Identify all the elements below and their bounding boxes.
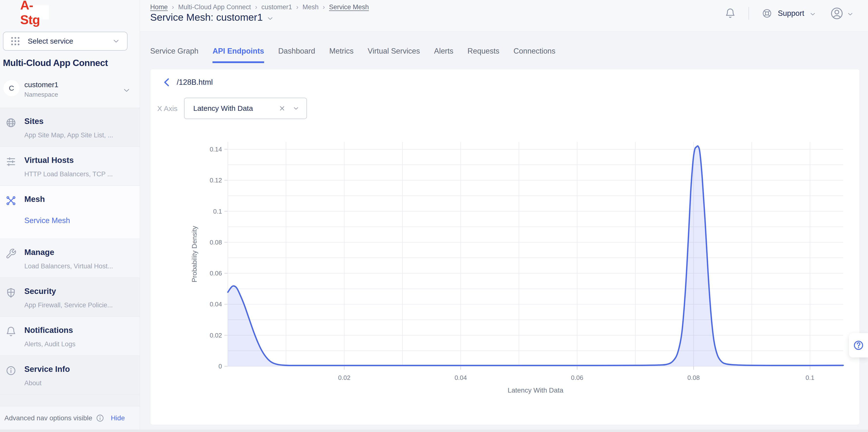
avatar-icon bbox=[830, 6, 844, 20]
x-tick-labels: 0.020.040.060.080.1 bbox=[338, 374, 814, 381]
svg-text:0.02: 0.02 bbox=[338, 374, 350, 381]
breadcrumb: Home›Multi-Cloud App Connect›customer1›M… bbox=[150, 3, 369, 11]
virtual-hosts-icon bbox=[5, 156, 17, 167]
chevron-down-icon bbox=[112, 37, 120, 45]
tab-dashboard[interactable]: Dashboard bbox=[278, 47, 315, 61]
sidebar-item-subtitle: Load Balancers, Virtual Host... bbox=[24, 262, 136, 270]
sidebar-footer: Advanced nav options visible Hide bbox=[0, 406, 140, 430]
sidebar-item-mesh[interactable]: MeshService Mesh bbox=[0, 185, 140, 239]
sidebar-item-subtitle: HTTP Load Balancers, TCP ... bbox=[24, 170, 136, 178]
chevron-down-icon bbox=[809, 10, 816, 18]
y-axis-title: Probability Density bbox=[191, 226, 198, 283]
svg-text:0.04: 0.04 bbox=[455, 374, 467, 381]
tab-connections[interactable]: Connections bbox=[514, 47, 555, 61]
sidebar-items: SitesApp Site Map, App Site List, ...Vir… bbox=[0, 108, 140, 395]
tab-service-graph[interactable]: Service Graph bbox=[150, 47, 198, 61]
help-button[interactable] bbox=[849, 333, 868, 357]
service-info-icon bbox=[5, 365, 17, 376]
tick-marks bbox=[224, 149, 810, 370]
breadcrumb-item-service-mesh[interactable]: Service Mesh bbox=[329, 3, 369, 11]
sidebar-item-security[interactable]: SecurityApp Firewall, Service Policie... bbox=[0, 278, 140, 317]
svg-text:0.14: 0.14 bbox=[210, 146, 222, 153]
sidebar-item-label: Sites bbox=[24, 117, 136, 126]
breadcrumb-item-multi-cloud-app-connect[interactable]: Multi-Cloud App Connect bbox=[178, 3, 251, 11]
tab-bar: Service GraphAPI EndpointsDashboardMetri… bbox=[150, 47, 555, 63]
topbar: Home›Multi-Cloud App Connect›customer1›M… bbox=[140, 0, 868, 32]
mesh-icon bbox=[5, 195, 17, 206]
breadcrumb-item-home[interactable]: Home bbox=[150, 3, 168, 11]
logo[interactable]: A-Stg bbox=[20, 5, 49, 20]
support-menu[interactable]: Support bbox=[762, 8, 816, 19]
sites-icon bbox=[5, 117, 17, 128]
grid-icon bbox=[10, 35, 21, 47]
notifications-bell-icon[interactable] bbox=[725, 8, 736, 19]
y-tick-labels: 00.020.040.060.080.10.120.14 bbox=[210, 146, 222, 370]
svg-text:0: 0 bbox=[219, 363, 222, 370]
namespace-label: Namespace bbox=[24, 91, 58, 98]
namespace-name: customer1 bbox=[24, 81, 58, 89]
sidebar-item-subtitle: Alerts, Audit Logs bbox=[24, 340, 136, 348]
notifications-icon bbox=[5, 326, 17, 337]
sidebar-item-service-info[interactable]: Service InfoAbout bbox=[0, 355, 140, 395]
tab-api-endpoints[interactable]: API Endpoints bbox=[213, 47, 264, 63]
area-fill bbox=[228, 146, 843, 366]
tab-alerts[interactable]: Alerts bbox=[434, 47, 453, 61]
svg-text:0.08: 0.08 bbox=[210, 239, 222, 246]
support-label: Support bbox=[778, 9, 804, 18]
density-curve bbox=[228, 146, 843, 366]
chevron-down-icon bbox=[846, 10, 854, 18]
x-axis-title: Latency With Data bbox=[508, 386, 563, 394]
chevron-down-icon bbox=[122, 86, 131, 95]
manage-icon bbox=[5, 248, 17, 259]
sidebar-item-manage[interactable]: ManageLoad Balancers, Virtual Host... bbox=[0, 239, 140, 278]
sidebar-item-virtual-hosts[interactable]: Virtual HostsHTTP Load Balancers, TCP ..… bbox=[0, 147, 140, 185]
sidebar-item-notifications[interactable]: NotificationsAlerts, Audit Logs bbox=[0, 317, 140, 355]
sidebar-item-label: Virtual Hosts bbox=[24, 156, 136, 165]
sidebar-item-sites[interactable]: SitesApp Site Map, App Site List, ... bbox=[0, 108, 140, 147]
endpoint-panel: /128B.html X Axis Latency With Data 0.02… bbox=[150, 69, 860, 425]
sidebar-item-label: Manage bbox=[24, 248, 136, 257]
topbar-actions: Support bbox=[725, 0, 854, 27]
breadcrumb-item-customer1[interactable]: customer1 bbox=[261, 3, 292, 11]
svg-text:0.02: 0.02 bbox=[210, 332, 222, 339]
info-icon bbox=[96, 414, 104, 423]
advanced-nav-text: Advanced nav options visible bbox=[4, 414, 92, 422]
sidebar-item-subtitle: App Site Map, App Site List, ... bbox=[24, 132, 136, 139]
sidebar-item-label: Security bbox=[24, 287, 136, 296]
account-menu[interactable] bbox=[830, 6, 854, 20]
logo-text: A-Stg bbox=[20, 0, 49, 27]
help-icon bbox=[853, 340, 864, 351]
sidebar-subitem-service-mesh[interactable]: Service Mesh bbox=[24, 216, 136, 225]
page-title: Service Mesh: customer1 bbox=[150, 12, 263, 23]
sidebar-item-label: Notifications bbox=[24, 326, 136, 335]
density-chart: 0.020.040.060.080.100.020.040.060.080.10… bbox=[150, 69, 860, 425]
sidebar-item-label: Service Info bbox=[24, 365, 136, 374]
hide-link[interactable]: Hide bbox=[111, 414, 125, 422]
tab-virtual-services[interactable]: Virtual Services bbox=[368, 47, 420, 61]
breadcrumb-item-mesh[interactable]: Mesh bbox=[303, 3, 319, 11]
lifebuoy-icon bbox=[762, 8, 772, 19]
namespace-selector[interactable]: C customer1 Namespace bbox=[0, 77, 140, 108]
sidebar-item-subtitle: About bbox=[24, 379, 136, 387]
sidebar-nav: C customer1 Namespace SitesApp Site Map,… bbox=[0, 77, 140, 406]
sidebar-item-subtitle: App Firewall, Service Policie... bbox=[24, 301, 136, 309]
svg-text:0.1: 0.1 bbox=[213, 208, 222, 215]
product-title: Multi-Cloud App Connect bbox=[3, 58, 134, 68]
breadcrumb-separator: › bbox=[296, 3, 299, 11]
tab-metrics[interactable]: Metrics bbox=[329, 47, 354, 61]
bottom-edge bbox=[0, 430, 868, 432]
app-root: A-Stg Select service Multi-Cloud App Con… bbox=[0, 0, 868, 432]
svg-text:0.08: 0.08 bbox=[687, 374, 700, 381]
topbar-divider bbox=[748, 7, 749, 20]
chevron-down-icon[interactable] bbox=[266, 15, 274, 22]
select-service-dropdown[interactable]: Select service bbox=[3, 32, 128, 51]
breadcrumb-separator: › bbox=[172, 3, 174, 11]
svg-text:0.1: 0.1 bbox=[806, 374, 814, 381]
svg-text:0.06: 0.06 bbox=[571, 374, 584, 381]
breadcrumb-separator: › bbox=[255, 3, 257, 11]
tab-requests[interactable]: Requests bbox=[468, 47, 499, 61]
select-service-label: Select service bbox=[28, 37, 112, 45]
page-title-row: Service Mesh: customer1 bbox=[150, 12, 274, 23]
sidebar: A-Stg Select service Multi-Cloud App Con… bbox=[0, 0, 140, 432]
svg-text:0.06: 0.06 bbox=[210, 269, 222, 277]
